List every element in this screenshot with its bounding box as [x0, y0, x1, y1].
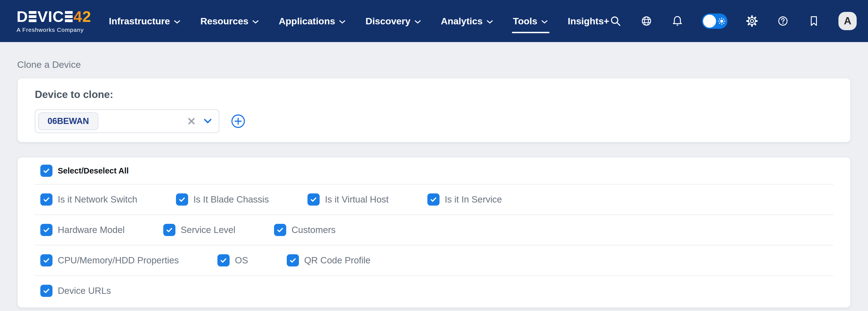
nav-menu: Infrastructure Resources Applications Di…: [109, 0, 609, 42]
chevron-down-icon: [487, 20, 493, 24]
logo-letter: D: [17, 9, 28, 24]
nav-item-infrastructure[interactable]: Infrastructure: [109, 0, 180, 42]
top-navigation-bar: D VIC 42 A Freshworks Company Infrastruc…: [0, 0, 868, 42]
device-picker-card: Device to clone: 06BEWAN: [17, 78, 851, 142]
checkbox-item-network-switch[interactable]: Is it Network Switch: [35, 193, 137, 205]
settings-gear-icon[interactable]: [746, 15, 758, 27]
checkbox-label: Is It Blade Chassis: [193, 194, 269, 205]
checkbox-label: Is it Virtual Host: [325, 194, 389, 205]
logo-stylized-e: [29, 11, 36, 22]
checkbox-item-in-service[interactable]: Is it In Service: [427, 193, 502, 205]
checkbox-label: Device URLs: [58, 286, 111, 296]
checkbox-checked-icon[interactable]: [40, 285, 53, 297]
checkbox-item-virtual-host[interactable]: Is it Virtual Host: [308, 193, 389, 205]
checkbox-label: Customers: [291, 225, 336, 235]
add-device-button[interactable]: [231, 114, 245, 129]
nav-item-analytics[interactable]: Analytics: [441, 0, 493, 42]
main-content: Clone a Device Device to clone: 06BEWAN: [0, 59, 868, 308]
logo-tagline: A Freshworks Company: [17, 27, 91, 33]
checkbox-item-blade-chassis[interactable]: Is It Blade Chassis: [176, 193, 269, 205]
bookmark-icon[interactable]: [807, 15, 820, 27]
avatar-initial: A: [844, 15, 851, 27]
device-to-clone-label: Device to clone:: [35, 89, 833, 101]
select-all-checkbox-item[interactable]: Select/Deselect All: [35, 165, 129, 177]
selected-device-tag: 06BEWAN: [38, 112, 98, 130]
options-row-3: CPU/Memory/HDD Properties OS QR Code Pro…: [35, 245, 833, 275]
checkbox-item-device-urls[interactable]: Device URLs: [35, 285, 111, 297]
checkbox-item-qr-code-profile[interactable]: QR Code Profile: [287, 254, 370, 266]
checkbox-checked-icon[interactable]: [217, 254, 229, 266]
nav-item-label: Insights+: [568, 16, 609, 27]
chevron-down-icon: [541, 20, 548, 24]
checkbox-item-customers[interactable]: Customers: [274, 224, 336, 236]
nav-item-resources[interactable]: Resources: [200, 0, 259, 42]
clear-selection-icon[interactable]: [187, 117, 195, 125]
select-all-row: Select/Deselect All: [35, 158, 833, 184]
checkbox-checked-icon[interactable]: [274, 224, 286, 236]
page-title: Clone a Device: [17, 59, 851, 70]
nav-right-controls: A: [609, 12, 857, 30]
options-row-1: Is it Network Switch Is It Blade Chassis…: [35, 184, 833, 215]
notifications-bell-icon[interactable]: [671, 15, 684, 27]
chevron-down-icon: [414, 20, 421, 24]
device-picker-row: 06BEWAN: [35, 109, 833, 133]
checkbox-label: Select/Deselect All: [58, 166, 129, 175]
selected-device-name: 06BEWAN: [48, 116, 89, 126]
nav-item-label: Analytics: [441, 16, 483, 27]
checkbox-checked-icon[interactable]: [427, 193, 439, 205]
help-icon[interactable]: [777, 15, 789, 27]
device42-logo[interactable]: D VIC 42 A Freshworks Company: [17, 9, 91, 33]
checkbox-checked-icon[interactable]: [40, 165, 53, 177]
nav-item-label: Resources: [200, 16, 248, 27]
nav-item-label: Applications: [279, 16, 335, 27]
checkbox-label: Is it In Service: [445, 194, 502, 205]
globe-icon[interactable]: [640, 15, 653, 27]
select-controls: [187, 117, 212, 125]
checkbox-checked-icon[interactable]: [308, 193, 320, 205]
logo-letters: VIC: [37, 9, 64, 24]
checkbox-checked-icon[interactable]: [40, 193, 53, 205]
nav-item-label: Tools: [513, 16, 537, 27]
checkbox-label: Is it Network Switch: [58, 194, 137, 205]
checkbox-label: QR Code Profile: [304, 255, 370, 265]
user-avatar[interactable]: A: [838, 12, 857, 30]
clone-options-card: Select/Deselect All Is it Network Switch…: [17, 157, 851, 308]
checkbox-label: OS: [235, 255, 248, 265]
nav-item-applications[interactable]: Applications: [279, 0, 346, 42]
checkbox-checked-icon[interactable]: [40, 254, 53, 266]
nav-item-label: Discovery: [366, 16, 410, 27]
toggle-knob: [703, 15, 716, 28]
logo-stylized-e: [65, 11, 73, 22]
checkbox-item-service-level[interactable]: Service Level: [163, 224, 236, 236]
options-row-4: Device URLs: [35, 275, 833, 307]
checkbox-item-hardware-model[interactable]: Hardware Model: [35, 224, 125, 236]
chevron-down-icon: [252, 20, 259, 24]
options-row-2: Hardware Model Service Level Customers: [35, 215, 833, 245]
checkbox-label: Hardware Model: [58, 225, 125, 235]
checkbox-item-os[interactable]: OS: [217, 254, 248, 266]
checkbox-label: CPU/Memory/HDD Properties: [58, 255, 179, 265]
checkbox-label: Service Level: [181, 225, 236, 235]
search-icon[interactable]: [609, 15, 622, 27]
checkbox-item-cpu-memory-hdd[interactable]: CPU/Memory/HDD Properties: [35, 254, 179, 266]
device-select[interactable]: 06BEWAN: [35, 109, 219, 133]
nav-item-insights-plus[interactable]: Insights+: [568, 0, 609, 42]
select-chevron-down-icon[interactable]: [203, 118, 212, 124]
chevron-down-icon: [339, 20, 346, 24]
nav-item-label: Infrastructure: [109, 16, 170, 27]
nav-item-tools[interactable]: Tools: [513, 0, 548, 42]
logo-accent-42: 42: [73, 9, 91, 24]
checkbox-checked-icon[interactable]: [176, 193, 188, 205]
checkbox-checked-icon[interactable]: [163, 224, 176, 236]
checkbox-checked-icon[interactable]: [40, 224, 53, 236]
logo-wordmark: D VIC 42: [17, 9, 91, 24]
nav-item-discovery[interactable]: Discovery: [366, 0, 421, 42]
theme-toggle[interactable]: [702, 13, 727, 29]
checkbox-checked-icon[interactable]: [287, 254, 299, 266]
sun-icon: [718, 18, 725, 26]
chevron-down-icon: [174, 20, 180, 24]
